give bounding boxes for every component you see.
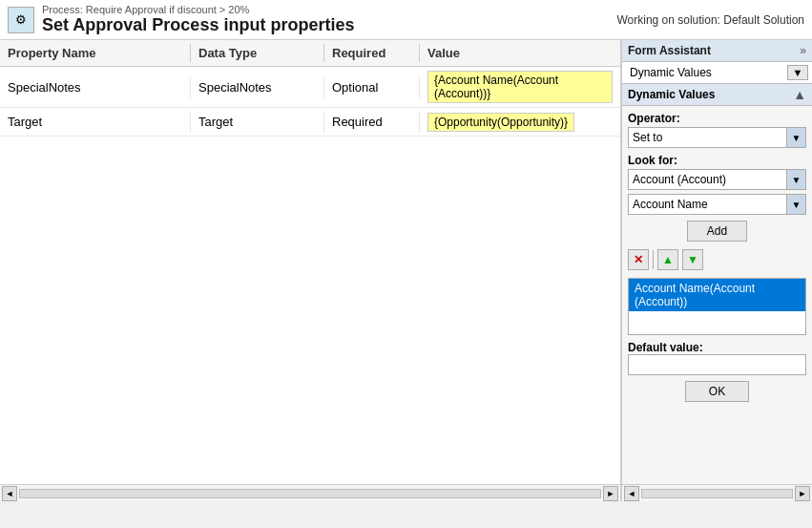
field-dropdown[interactable]: Account Name ▼: [628, 194, 806, 215]
main-area: Property Name Data Type Required Value S…: [0, 40, 812, 501]
table-header: Property Name Data Type Required Value: [0, 40, 620, 67]
cell-datatype-1: SpecialNotes: [191, 76, 324, 98]
field-value: Account Name: [629, 196, 786, 213]
scroll-left-button[interactable]: ◄: [2, 486, 17, 501]
look-for-dropdown-arrow[interactable]: ▼: [786, 170, 805, 189]
top-bar-text: Process: Require Approval if discount > …: [42, 4, 354, 35]
gear-icon: ⚙: [8, 7, 34, 33]
scrollbar-track[interactable]: [19, 489, 601, 498]
col-header-property: Property Name: [0, 44, 191, 62]
cell-value-1[interactable]: {Account Name(Account (Account))}: [420, 67, 620, 107]
table-row: Target Target Required {Opportunity(Oppo…: [0, 108, 620, 137]
value-chip-1[interactable]: {Account Name(Account (Account))}: [427, 71, 613, 103]
move-up-button[interactable]: ▲: [657, 249, 678, 270]
operator-value: Set to: [629, 129, 786, 146]
delete-button[interactable]: ✕: [628, 249, 649, 270]
table-row: SpecialNotes SpecialNotes Optional {Acco…: [0, 67, 620, 108]
dynamic-values-dropdown-btn[interactable]: ▼: [787, 65, 808, 80]
form-assistant-header: Form Assistant »: [622, 40, 812, 62]
top-bar-left: ⚙ Process: Require Approval if discount …: [8, 4, 354, 35]
icon-row: ✕ ▲ ▼: [628, 247, 806, 272]
list-item-selected[interactable]: Account Name(Account (Account)): [629, 279, 805, 311]
cell-required-1: Optional: [324, 76, 420, 98]
rp-scroll-right-button[interactable]: ►: [795, 486, 810, 501]
default-value-field: Default value:: [628, 341, 806, 375]
default-value-input[interactable]: [628, 354, 806, 375]
bottom-scroll-area: ◄ ►: [0, 484, 620, 501]
solution-label: Working on solution: Default Solution: [616, 13, 804, 27]
default-value-label: Default value:: [628, 341, 806, 354]
dynamic-values-row: Dynamic Values ▼: [622, 62, 812, 84]
look-for-label: Look for:: [628, 154, 806, 167]
process-label: Process: Require Approval if discount > …: [42, 4, 354, 15]
top-bar: ⚙ Process: Require Approval if discount …: [0, 0, 812, 40]
dynamic-values-label: Dynamic Values: [626, 64, 787, 81]
right-panel: Form Assistant » Dynamic Values ▼ Dynami…: [621, 40, 812, 501]
operator-dropdown[interactable]: Set to ▼: [628, 127, 806, 148]
col-header-datatype: Data Type: [191, 44, 324, 62]
cell-property-1: SpecialNotes: [0, 76, 191, 98]
move-down-button[interactable]: ▼: [682, 249, 703, 270]
collapse-icon[interactable]: ▲: [793, 87, 806, 102]
look-for-dropdown[interactable]: Account (Account) ▼: [628, 169, 806, 190]
operator-field: Operator: Set to ▼: [628, 112, 806, 148]
cell-required-2: Required: [324, 111, 420, 133]
col-header-required: Required: [324, 44, 420, 62]
panel-body: Operator: Set to ▼ Look for: Account (Ac…: [622, 106, 812, 408]
value-chip-2[interactable]: {Opportunity(Opportunity)}: [427, 113, 574, 132]
page-title: Set Approval Process input properties: [42, 15, 354, 35]
look-for-field: Look for: Account (Account) ▼ Account Na…: [628, 154, 806, 215]
scroll-right-button[interactable]: ►: [603, 486, 618, 501]
form-assistant-title: Form Assistant: [628, 44, 711, 57]
operator-label: Operator:: [628, 112, 806, 125]
list-box[interactable]: Account Name(Account (Account)): [628, 278, 806, 335]
cell-property-2: Target: [0, 111, 191, 133]
look-for-value: Account (Account): [629, 171, 786, 188]
dv-section-label: Dynamic Values: [628, 88, 715, 101]
left-panel: Property Name Data Type Required Value S…: [0, 40, 621, 501]
cell-value-2[interactable]: {Opportunity(Opportunity)}: [420, 109, 620, 136]
chevron-icon[interactable]: »: [800, 44, 806, 57]
operator-dropdown-arrow[interactable]: ▼: [786, 128, 805, 147]
field-dropdown-arrow[interactable]: ▼: [786, 195, 805, 214]
divider: [653, 250, 654, 269]
col-header-value: Value: [420, 44, 620, 62]
rp-scrollbar-track[interactable]: [641, 489, 793, 498]
bottom-scrollbar: ◄ ►: [0, 484, 620, 501]
rp-scroll-left-button[interactable]: ◄: [624, 486, 639, 501]
right-panel-scrollbar: ◄ ►: [622, 484, 812, 501]
add-button[interactable]: Add: [687, 221, 747, 242]
cell-datatype-2: Target: [191, 111, 324, 133]
ok-button[interactable]: OK: [685, 381, 749, 402]
dv-section-header: Dynamic Values ▲: [622, 84, 812, 106]
